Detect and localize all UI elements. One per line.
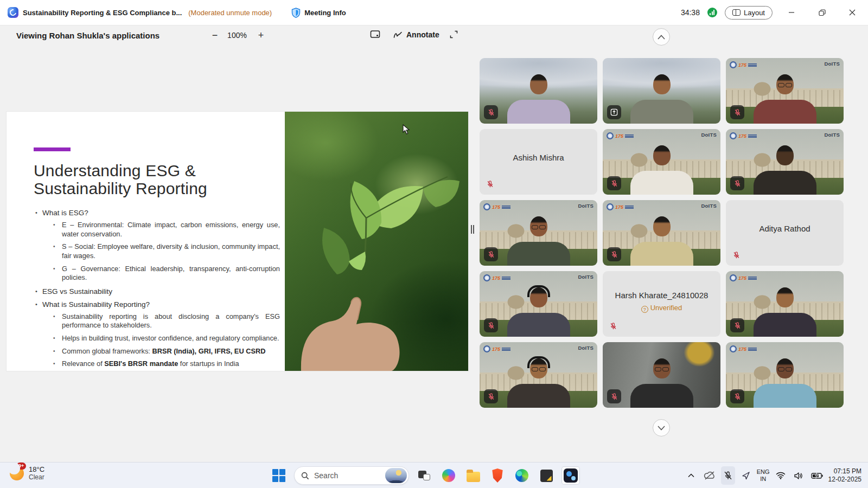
mic-muted-icon	[484, 389, 498, 403]
scroll-video-panel-down-button[interactable]	[653, 419, 670, 436]
slide-sub-bullet: G – Governance: Ethical leadership, tran…	[62, 265, 282, 282]
participant-tile-named[interactable]: Harsh Kharate_24810028?Unverified	[603, 271, 720, 337]
task-view-button[interactable]	[415, 466, 433, 485]
file-explorer-button[interactable]	[464, 466, 482, 485]
meeting-timer: 34:38	[681, 8, 700, 17]
moderated-mode-note: (Moderated unmute mode)	[188, 9, 272, 17]
tray-time: 07:15 PM	[828, 467, 861, 476]
hand-shape	[301, 252, 400, 371]
question-icon: ?	[641, 306, 648, 313]
meeting-titlebar: Sustainability Reporting & ESG Complianc…	[0, 0, 868, 25]
participant-tile-video[interactable]	[603, 58, 720, 124]
slide-title: Understanding ESG & Sustainability Repor…	[34, 162, 283, 197]
tray-overflow-chevron[interactable]	[684, 466, 698, 485]
mic-muted-icon	[486, 180, 496, 190]
screen-share-icon	[607, 105, 621, 119]
slide-sub-bullet: S – Social: Employee welfare, diversity …	[62, 242, 282, 260]
mic-muted-icon	[484, 247, 498, 261]
leaf-photo	[285, 112, 468, 371]
annotate-button[interactable]: Annotate	[393, 30, 439, 39]
mic-muted-icon	[730, 176, 744, 190]
participant-tile-video[interactable]: 175	[726, 342, 844, 408]
meeting-info-button[interactable]: Meeting Info	[291, 8, 346, 18]
participant-tile-video[interactable]	[603, 342, 720, 408]
minimize-button[interactable]	[780, 3, 803, 22]
moon-weather-icon: 9+	[10, 466, 24, 480]
collapse-video-panel-button[interactable]	[653, 28, 670, 46]
mic-muted-icon	[609, 322, 619, 332]
edge-browser-button[interactable]	[513, 466, 531, 485]
search-box[interactable]: Search	[294, 466, 409, 485]
participant-name: Ashish Mishra	[480, 153, 597, 162]
mic-muted-icon	[607, 247, 621, 261]
copilot-icon	[442, 469, 455, 482]
task-view-icon	[418, 471, 430, 480]
meeting-title: Sustainability Reporting & ESG Complianc…	[23, 9, 182, 17]
edge-icon	[515, 469, 528, 482]
participant-tile-named[interactable]: Ashish Mishra	[480, 129, 597, 195]
participant-tile-video[interactable]: 175DoITS	[726, 58, 844, 124]
close-button[interactable]	[841, 3, 864, 22]
brave-browser-button[interactable]	[488, 466, 507, 485]
search-icon	[301, 472, 309, 480]
zoom-out-button[interactable]: −	[209, 30, 221, 41]
mic-muted-icon	[484, 105, 498, 119]
battery-charging-icon[interactable]	[809, 466, 825, 485]
search-highlight-art	[385, 468, 407, 483]
chevron-up-icon	[658, 35, 665, 40]
restore-button[interactable]	[810, 3, 833, 22]
mic-muted-icon	[607, 176, 621, 190]
participant-tile-video[interactable]	[480, 58, 597, 124]
windows-logo-icon	[272, 469, 285, 482]
participant-tile-video[interactable]: 175DoITS	[603, 200, 720, 266]
layout-button[interactable]: Layout	[725, 6, 773, 20]
location-icon[interactable]	[739, 466, 753, 485]
pen-squiggle-icon	[393, 31, 403, 39]
mic-muted-icon	[607, 389, 621, 403]
participant-tile-video[interactable]: 175DoITS	[480, 200, 597, 266]
fullscreen-expand-icon[interactable]	[449, 30, 458, 41]
copilot-button[interactable]	[439, 466, 458, 485]
wifi-icon[interactable]	[774, 466, 788, 485]
participant-tile-named[interactable]: Aditya Rathod	[726, 200, 844, 266]
language-line1: ENG	[757, 468, 770, 476]
webex-app-button-active[interactable]	[561, 466, 580, 485]
zoom-in-button[interactable]: +	[255, 30, 267, 41]
viewing-label: Viewing Rohan Shukla's applications	[16, 31, 159, 40]
participant-grid: 175DoITSAshish Mishra175DoITS175DoITS175…	[480, 58, 844, 408]
shared-presentation-slide: Understanding ESG & Sustainability Repor…	[7, 112, 468, 371]
weather-temperature: 18°C	[29, 465, 44, 473]
panel-resize-handle[interactable]	[471, 225, 475, 234]
clock[interactable]: 07:15 PM 12-02-2025	[828, 467, 864, 484]
search-placeholder: Search	[314, 471, 380, 480]
mic-muted-icon	[730, 389, 744, 403]
webex-app-icon	[564, 468, 578, 483]
participant-tile-video[interactable]: 175DoITS	[603, 129, 720, 195]
participant-name: Aditya Rathod	[726, 224, 844, 233]
volume-icon[interactable]	[792, 466, 806, 485]
participant-tile-video[interactable]: 175DoITS	[480, 342, 597, 408]
slide-bullet: What is ESG?	[42, 209, 282, 217]
weather-widget[interactable]: 9+ 18°C Clear	[10, 465, 44, 481]
language-indicator[interactable]: ENG IN	[757, 468, 770, 482]
connection-quality-icon[interactable]	[707, 8, 717, 17]
participant-tile-video[interactable]: 175DoITS	[480, 271, 597, 337]
brave-icon	[492, 468, 504, 483]
slide-bullet: ESG vs Sustainability	[42, 287, 282, 296]
meeting-info-label: Meeting Info	[304, 9, 346, 17]
weather-badge: 9+	[16, 463, 26, 470]
mic-muted-icon	[730, 318, 744, 332]
layout-grid-icon	[732, 9, 741, 16]
meeting-content-area: Viewing Rohan Shukla's applications − 10…	[0, 25, 868, 462]
participant-tile-video[interactable]: 175DoITS	[726, 129, 844, 195]
onedrive-paused-icon[interactable]	[702, 466, 717, 485]
tray-mic-muted-icon[interactable]	[721, 466, 735, 485]
participant-tile-video[interactable]: 175	[726, 271, 844, 337]
slide-bullets: What is ESG?E – Environmental: Climate i…	[34, 204, 282, 369]
mic-muted-icon	[484, 318, 498, 332]
view-options-monitor-icon[interactable]	[370, 30, 380, 42]
start-button[interactable]	[270, 466, 288, 485]
notes-app-button[interactable]	[537, 466, 556, 485]
file-explorer-icon	[467, 472, 480, 482]
notes-app-icon	[540, 470, 553, 482]
